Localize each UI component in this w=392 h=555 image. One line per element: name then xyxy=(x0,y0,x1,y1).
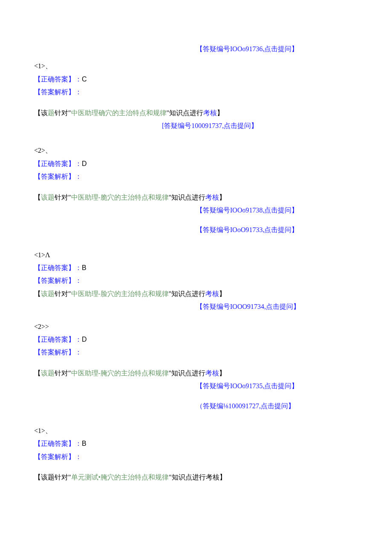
correct-answer-line: 【正确答案】：C xyxy=(34,73,358,86)
correct-answer-label: 【正确答案】： xyxy=(34,336,82,343)
knowledge-topic-text: 单元测试•腌穴的主治特点和规律 xyxy=(71,474,169,481)
assess-word: 考核 xyxy=(205,369,219,377)
knowledge-point-line: 【该题针对"中医助理确穴的主治特点和规律"知识点进行考核】 xyxy=(34,107,358,119)
knowledge-point-line: 【该题针对"中医助理-脸穴的主治特点和规律"知识点进行考核】 xyxy=(34,288,358,300)
item-number: <2>、 xyxy=(34,144,358,157)
knowledge-point-line: 【该题针对"中医助理-脆穴的主治特点和规律"知识点进行考核】 xyxy=(34,191,358,204)
correct-answer-line: 【正确答案】：B xyxy=(34,262,358,274)
qa-ref-link[interactable]: 【答疑编号IOOo91735,点击提问】 xyxy=(196,380,358,392)
knowledge-topic-text: 中医助理-脸穴的主治特点和规律 xyxy=(71,290,169,297)
qa-ref-link[interactable]: 【答疑编号IOOo91738,点击提问】 xyxy=(196,204,358,217)
assess-word: 考核 xyxy=(205,194,219,201)
qa-ref-link[interactable]: 【答疑编号IOOo91736,点击提问】 xyxy=(196,43,358,55)
qa-ref-link[interactable]: （答疑编⅛100091727,点击提问】 xyxy=(196,400,358,413)
correct-answer-label: 【正确答案】： xyxy=(34,76,82,83)
item-number: <1>、 xyxy=(34,60,358,73)
correct-answer-line: 【正确答案】：D xyxy=(34,333,358,346)
knowledge-point-line: 【该题针对"单元测试•腌穴的主治特点和规律"知识点进行考核】 xyxy=(34,471,358,484)
correct-answer-value: B xyxy=(82,440,86,447)
correct-answer-value: D xyxy=(82,160,87,167)
assess-word: 考核 xyxy=(205,290,219,297)
knowledge-start: 该题 xyxy=(41,369,55,377)
qa-ref-link[interactable]: 【答疑编号IOoO91733,点击提问】 xyxy=(196,224,358,236)
correct-answer-label: 【正确答案】： xyxy=(34,160,82,167)
knowledge-topic-text: 中医助理-腌穴的主治特点和规律 xyxy=(71,369,169,377)
correct-answer-line: 【正确答案】：B xyxy=(34,437,358,450)
knowledge-point-line: 【该题针对"中医助理-腌穴的主治特点和规律"知识点进行考核】 xyxy=(34,367,358,380)
correct-answer-line: 【正确答案】：D xyxy=(34,157,358,170)
correct-answer-value: D xyxy=(82,336,87,343)
knowledge-start: 该题 xyxy=(41,290,55,297)
qa-ref-link[interactable]: 【答疑编号IOOO91734,点击提问】 xyxy=(196,300,358,313)
correct-answer-label: 【正确答案】： xyxy=(34,440,82,447)
explain-label: 【答案解析】： xyxy=(34,346,358,359)
knowledge-topic: 题 xyxy=(48,109,55,116)
explain-label: 【答案解析】： xyxy=(34,170,358,183)
item-number: <1>Λ xyxy=(34,249,358,262)
explain-label: 【答案解析】： xyxy=(34,86,358,99)
knowledge-topic-text: 中医助理确穴的主治特点和规律 xyxy=(71,109,167,116)
document-page: 【答疑编号IOOo91736,点击提问】 <1>、 【正确答案】：C 【答案解析… xyxy=(0,0,392,555)
correct-answer-value: B xyxy=(82,264,86,271)
qa-ref-link[interactable]: [答疑编号100091737,点击提问】 xyxy=(162,119,358,132)
item-number: <1>、 xyxy=(34,424,358,437)
explain-label: 【答案解析】： xyxy=(34,450,358,463)
knowledge-start: 该题 xyxy=(41,194,55,201)
item-number: <2>> xyxy=(34,320,358,333)
assess-word: 考核 xyxy=(203,109,217,116)
knowledge-topic-text: 中医助理-脆穴的主治特点和规律 xyxy=(71,194,169,201)
correct-answer-value: C xyxy=(82,76,87,83)
correct-answer-label: 【正确答案】： xyxy=(34,264,82,271)
explain-label: 【答案解析】： xyxy=(34,274,358,287)
